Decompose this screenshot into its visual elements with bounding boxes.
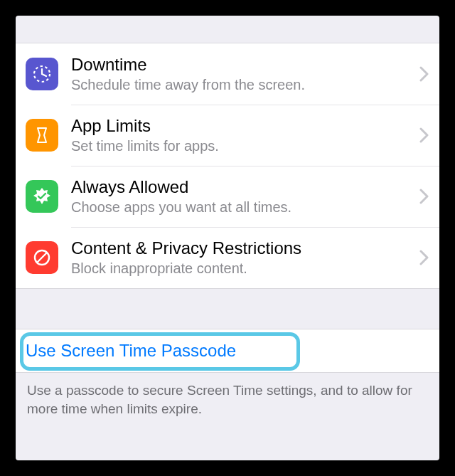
svg-line-4 [37, 253, 47, 263]
chevron-right-icon [419, 250, 429, 265]
chevron-right-icon [419, 66, 429, 82]
app-limits-icon [26, 119, 58, 152]
chevron-right-icon [419, 189, 429, 204]
always-allowed-icon [26, 180, 58, 213]
row-text: Content & Privacy Restrictions Block ina… [71, 238, 414, 277]
frame: Downtime Schedule time away from the scr… [0, 0, 455, 476]
svg-line-2 [42, 74, 46, 76]
row-text: App Limits Set time limits for apps. [71, 116, 414, 155]
settings-panel: Downtime Schedule time away from the scr… [16, 16, 439, 460]
row-app-limits[interactable]: App Limits Set time limits for apps. [16, 105, 439, 166]
passcode-footer: Use a passcode to secure Screen Time set… [16, 373, 439, 426]
screen-time-options-group: Downtime Schedule time away from the scr… [16, 43, 439, 289]
row-subtitle: Block inappropriate content. [71, 260, 414, 277]
content-privacy-icon [26, 241, 58, 274]
row-title: Always Allowed [71, 177, 414, 198]
row-title: Content & Privacy Restrictions [71, 238, 414, 259]
row-downtime[interactable]: Downtime Schedule time away from the scr… [16, 43, 439, 105]
row-subtitle: Choose apps you want at all times. [71, 199, 414, 216]
use-passcode-row[interactable]: Use Screen Time Passcode [16, 329, 439, 373]
chevron-right-icon [419, 127, 429, 143]
row-subtitle: Schedule time away from the screen. [71, 76, 414, 93]
use-passcode-link[interactable]: Use Screen Time Passcode [26, 341, 236, 361]
row-title: App Limits [71, 116, 414, 137]
spacer [16, 16, 439, 43]
row-text: Downtime Schedule time away from the scr… [71, 55, 414, 94]
spacer [16, 289, 439, 329]
row-subtitle: Set time limits for apps. [71, 137, 414, 154]
row-title: Downtime [71, 55, 414, 75]
row-text: Always Allowed Choose apps you want at a… [71, 177, 414, 216]
row-always-allowed[interactable]: Always Allowed Choose apps you want at a… [16, 166, 439, 227]
downtime-icon [26, 58, 58, 90]
row-content-privacy[interactable]: Content & Privacy Restrictions Block ina… [16, 227, 439, 288]
